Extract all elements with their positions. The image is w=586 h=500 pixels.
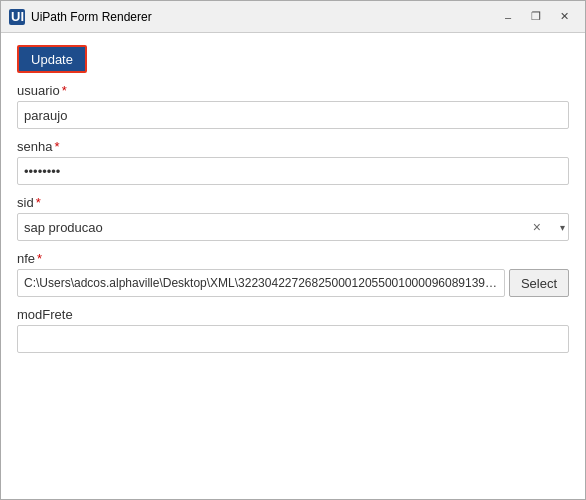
form-content: Update usuario* senha* sid* sap producao: [1, 33, 585, 499]
modfrete-label: modFrete: [17, 307, 569, 322]
usuario-required: *: [62, 83, 67, 98]
window-controls: – ❐ ✕: [495, 6, 577, 28]
main-window: UI UiPath Form Renderer – ❐ ✕ Update usu…: [0, 0, 586, 500]
uipath-icon: UI: [9, 9, 25, 25]
sid-clear-button[interactable]: ×: [529, 220, 545, 234]
nfe-file-input[interactable]: [17, 269, 505, 297]
senha-field-group: senha*: [17, 139, 569, 185]
sid-field-group: sid* sap producao × ▾: [17, 195, 569, 241]
restore-button[interactable]: ❐: [523, 6, 549, 28]
nfe-file-input-wrapper: Select: [17, 269, 569, 297]
senha-label: senha*: [17, 139, 569, 154]
sid-required: *: [36, 195, 41, 210]
senha-input[interactable]: [17, 157, 569, 185]
nfe-label: nfe*: [17, 251, 569, 266]
senha-required: *: [54, 139, 59, 154]
update-button[interactable]: Update: [17, 45, 87, 73]
update-button-container: Update: [17, 45, 569, 73]
nfe-select-button[interactable]: Select: [509, 269, 569, 297]
modfrete-field-group: modFrete: [17, 307, 569, 353]
usuario-input[interactable]: [17, 101, 569, 129]
sid-select-wrapper: sap producao × ▾: [17, 213, 569, 241]
sid-label: sid*: [17, 195, 569, 210]
modfrete-input[interactable]: [17, 325, 569, 353]
title-bar: UI UiPath Form Renderer – ❐ ✕: [1, 1, 585, 33]
window-title: UiPath Form Renderer: [31, 10, 495, 24]
nfe-required: *: [37, 251, 42, 266]
minimize-button[interactable]: –: [495, 6, 521, 28]
usuario-label: usuario*: [17, 83, 569, 98]
nfe-field-group: nfe* Select: [17, 251, 569, 297]
usuario-field-group: usuario*: [17, 83, 569, 129]
svg-text:UI: UI: [11, 9, 24, 24]
close-button[interactable]: ✕: [551, 6, 577, 28]
sid-select[interactable]: sap producao: [17, 213, 569, 241]
